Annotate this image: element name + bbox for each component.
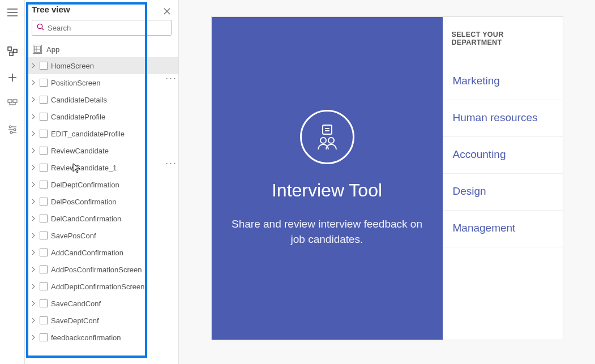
close-icon[interactable]: [160, 5, 174, 18]
screen-icon: [40, 232, 48, 239]
tree-body: App HomeScreenPositionScreenCandidateDet…: [25, 41, 178, 364]
svg-point-6: [14, 129, 16, 131]
svg-rect-2: [14, 49, 17, 53]
tree-item-label: DelPosConfirmation: [51, 198, 174, 206]
tree-item-label: AddCandConfirmation: [51, 249, 174, 257]
screen-icon: [40, 282, 48, 290]
tree-item-label: ReviewCandidate_1: [51, 164, 174, 172]
dept-item[interactable]: Marketing: [443, 63, 563, 100]
screen-icon: [40, 113, 48, 121]
screen-icon: [40, 130, 48, 138]
dept-item[interactable]: Design: [443, 174, 563, 211]
data-icon[interactable]: [5, 96, 20, 112]
screen-icon: [40, 333, 48, 341]
chevron-right-icon: [31, 250, 36, 256]
chevron-right-icon: [31, 114, 36, 120]
tree-item[interactable]: feedbackconfirmation: [25, 329, 178, 346]
tree-item-label: EDIT_candidateProfile: [51, 130, 174, 138]
screen-icon: [40, 164, 48, 172]
screen-icon: [40, 181, 48, 189]
tree-item[interactable]: PositionScreen: [25, 74, 178, 91]
svg-point-5: [9, 126, 11, 128]
chevron-right-icon: [31, 182, 36, 188]
tree-item[interactable]: AddPosConfirmationScreen: [25, 261, 178, 278]
tree-item[interactable]: ReviewCandidate: [25, 142, 178, 159]
screen-icon: [40, 198, 48, 205]
tree-item-label: PositionScreen: [51, 79, 174, 87]
tree-item[interactable]: DelPosConfirmation: [25, 193, 178, 210]
chevron-right-icon: [31, 318, 36, 324]
tree-item[interactable]: CandidateProfile: [25, 108, 178, 125]
screen-icon: [40, 249, 48, 256]
svg-point-8: [37, 24, 42, 28]
tree-item-label: CandidateProfile: [51, 113, 174, 121]
app-preview: Interview Tool Share and review intervie…: [212, 17, 563, 340]
screen-icon: [40, 147, 48, 155]
app-icon: [33, 45, 42, 54]
app-node-label: App: [46, 45, 59, 54]
chevron-right-icon: [31, 233, 36, 239]
tree-item-label: DelCandConfirmation: [51, 215, 174, 223]
preview-splash: Interview Tool Share and review intervie…: [212, 17, 443, 340]
screen-icon: [40, 299, 48, 307]
search-input-wrap[interactable]: [32, 20, 172, 36]
tree-view-icon[interactable]: [5, 44, 20, 59]
screen-icon: [40, 62, 48, 70]
search-icon: [37, 23, 44, 32]
chevron-right-icon: [31, 267, 36, 273]
tree-item-label: AddPosConfirmationScreen: [51, 265, 174, 274]
tree-item[interactable]: SaveDeptConf: [25, 312, 178, 329]
settings-icon[interactable]: [5, 122, 20, 138]
tree-item-label: HomeScreen: [51, 62, 174, 70]
tree-item[interactable]: AddDeptConfirmationScreen: [25, 278, 178, 295]
chevron-right-icon: [31, 148, 36, 154]
chevron-right-icon: [31, 301, 36, 307]
panel-title: Tree view: [25, 0, 178, 16]
insert-icon[interactable]: [5, 70, 20, 85]
tree-item[interactable]: SaveCandConf: [25, 295, 178, 312]
chevron-right-icon: [31, 131, 36, 137]
tree-item[interactable]: DelCandConfirmation: [25, 210, 178, 227]
svg-rect-4: [13, 100, 17, 102]
preview-title: Interview Tool: [272, 180, 382, 201]
tree-item[interactable]: ReviewCandidate_1: [25, 159, 178, 176]
dept-item[interactable]: Human resources: [443, 100, 563, 137]
dept-item[interactable]: Accounting: [443, 137, 563, 174]
chevron-right-icon: [31, 199, 36, 205]
canvas-area: Interview Tool Share and review intervie…: [179, 0, 595, 364]
chevron-right-icon: [31, 165, 36, 171]
chevron-right-icon: [31, 216, 36, 222]
preview-dept-list: SELECT YOUR DEPARTMENT MarketingHuman re…: [443, 17, 563, 340]
screen-icon: [40, 265, 48, 273]
svg-rect-0: [8, 47, 11, 50]
chevron-right-icon: [31, 335, 36, 341]
svg-rect-3: [8, 100, 12, 102]
tree-item-label: SaveDeptConf: [51, 316, 174, 325]
tree-item[interactable]: DelDeptConfirmation: [25, 176, 178, 193]
tree-item-label: ReviewCandidate: [51, 147, 174, 155]
app-node[interactable]: App: [25, 41, 178, 57]
tree-item-label: DelDeptConfirmation: [51, 181, 174, 189]
tree-item-label: SaveCandConf: [51, 299, 174, 308]
screen-icon: [40, 96, 48, 104]
tree-item-label: feedbackconfirmation: [51, 333, 174, 342]
svg-rect-1: [10, 52, 13, 55]
tree-item[interactable]: HomeScreen: [25, 57, 178, 74]
tree-item[interactable]: EDIT_candidateProfile: [25, 125, 178, 142]
tree-item-label: AddDeptConfirmationScreen: [51, 282, 174, 291]
screen-icon: [40, 316, 48, 324]
dept-header: SELECT YOUR DEPARTMENT: [443, 17, 563, 63]
tree-view-panel: Tree view App HomeScreenPositionScreenCa…: [25, 0, 179, 364]
chevron-right-icon: [31, 63, 36, 69]
left-nav-rail: [0, 0, 25, 364]
search-input[interactable]: [48, 24, 166, 32]
tree-item[interactable]: AddCandConfirmation: [25, 244, 178, 261]
preview-subtitle: Share and review interview feedback on j…: [229, 217, 426, 247]
dept-item[interactable]: Management: [443, 211, 563, 247]
tree-item-label: SavePosConf: [51, 232, 174, 240]
chevron-right-icon: [31, 97, 36, 103]
svg-point-7: [10, 131, 12, 134]
tree-item[interactable]: SavePosConf: [25, 227, 178, 244]
hamburger-icon[interactable]: [5, 5, 20, 20]
tree-item[interactable]: CandidateDetails: [25, 91, 178, 108]
